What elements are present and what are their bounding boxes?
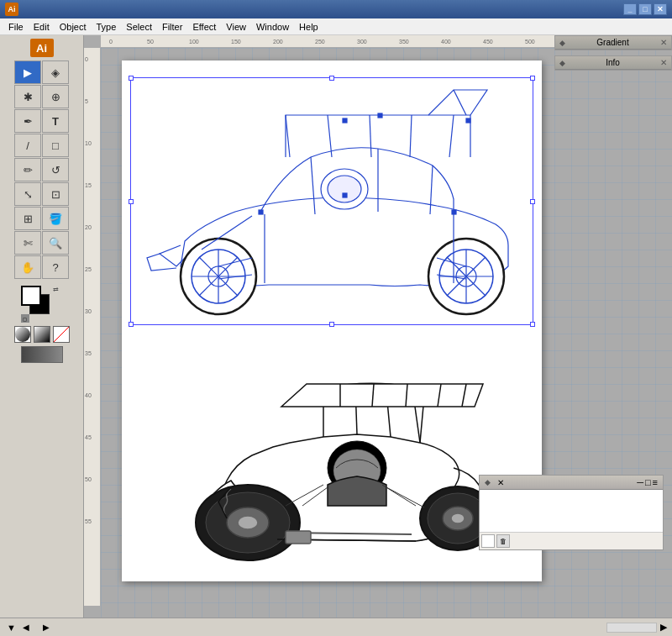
- info-panel-header[interactable]: ◆ Info ✕: [555, 56, 671, 70]
- swatches-toolbar: 🗑: [480, 532, 663, 549]
- close-button[interactable]: ✕: [654, 3, 667, 15]
- svg-rect-35: [343, 193, 347, 197]
- selection-tool[interactable]: ▶: [14, 60, 41, 84]
- direct-selection-tool[interactable]: ◈: [42, 60, 69, 84]
- zoom-tool[interactable]: 🔍: [42, 231, 69, 255]
- gradient-panel-header[interactable]: ◆ Gradient ✕: [555, 36, 671, 50]
- svg-rect-34: [259, 210, 263, 214]
- gradient-panel-title: Gradient: [596, 38, 628, 47]
- warp-tool[interactable]: ⊡: [42, 182, 69, 206]
- menu-select[interactable]: Select: [121, 20, 157, 34]
- handle-tl[interactable]: [129, 76, 134, 81]
- svg-rect-31: [343, 118, 347, 123]
- mesh-tool[interactable]: ⊞: [14, 207, 41, 230]
- menu-file[interactable]: File: [3, 20, 29, 34]
- title-bar: Ai _ □ ✕: [0, 0, 672, 18]
- zoom-display: ▼: [5, 623, 16, 633]
- svg-line-5: [370, 115, 371, 157]
- rotate-tool[interactable]: ↺: [42, 158, 69, 181]
- status-progress: [606, 623, 657, 633]
- svg-rect-36: [452, 210, 456, 214]
- svg-point-55: [451, 513, 465, 523]
- menu-window[interactable]: Window: [251, 20, 294, 34]
- default-colors-icon[interactable]: ◻: [21, 314, 29, 323]
- type-tool[interactable]: T: [42, 109, 69, 133]
- maximize-button[interactable]: □: [638, 3, 652, 15]
- tool-grid: ▶ ◈ ✱ ⊕ ✒ T / □ ✏ ↺ ⤡ ⊡ ⊞ 🪣 ✄ 🔍 ✋ ?: [14, 60, 69, 279]
- swatches-header-left: ◆ ✕: [485, 478, 504, 487]
- magic-wand-tool[interactable]: ✱: [14, 85, 41, 108]
- menu-type[interactable]: Type: [92, 20, 122, 34]
- ruler-vertical: 0 5 10 15 20 25 30 35 40 45 50 55: [84, 48, 101, 606]
- swatches-panel: ◆ ✕ ─ □ ≡ 🗑: [479, 475, 664, 550]
- menu-object[interactable]: Object: [55, 20, 92, 34]
- swatches-collapse-icon[interactable]: ◆: [485, 478, 491, 486]
- menu-view[interactable]: View: [221, 20, 251, 34]
- pen-tool[interactable]: ✒: [14, 109, 41, 133]
- nav-previous-btn[interactable]: ◀: [23, 623, 29, 632]
- menu-edit[interactable]: Edit: [29, 20, 55, 34]
- swatches-options-btn[interactable]: ≡: [653, 477, 658, 487]
- svg-rect-32: [378, 113, 382, 118]
- delete-swatch-btn[interactable]: 🗑: [496, 534, 510, 548]
- window-controls[interactable]: _ □ ✕: [623, 3, 667, 15]
- none-mode-btn[interactable]: [53, 326, 70, 343]
- handle-tm[interactable]: [329, 76, 334, 81]
- swatches-close-icon[interactable]: ✕: [497, 478, 504, 487]
- handle-tr[interactable]: [530, 76, 535, 81]
- info-close-icon[interactable]: ✕: [660, 58, 667, 67]
- svg-line-6: [410, 115, 412, 157]
- toolbox: Ai ▶ ◈ ✱ ⊕ ✒ T / □ ✏ ↺ ⤡ ⊡ ⊞ 🪣 ✄ 🔍 ✋ ?: [0, 35, 84, 618]
- handle-mr[interactable]: [530, 199, 535, 204]
- swatches-header-controls: ─ □ ≡: [637, 477, 658, 487]
- handle-bl[interactable]: [129, 322, 134, 327]
- paint-bucket-tool[interactable]: 🪣: [42, 207, 69, 230]
- svg-line-4: [328, 115, 332, 157]
- gradient-preview: [21, 346, 63, 363]
- scroll-right-status-btn[interactable]: ▶: [660, 622, 667, 633]
- swatches-maximize-btn[interactable]: □: [645, 477, 651, 487]
- top-car-image: [134, 81, 529, 317]
- scale-tool[interactable]: ⤡: [14, 182, 41, 206]
- fill-color[interactable]: [21, 286, 41, 306]
- gradient-close-icon[interactable]: ✕: [660, 38, 667, 47]
- handle-ml[interactable]: [129, 199, 134, 204]
- gradient-mode-btn[interactable]: [34, 326, 50, 343]
- svg-point-9: [328, 176, 361, 202]
- color-swatch-area: ⇄ ◻: [14, 286, 70, 363]
- minimize-button[interactable]: _: [623, 3, 637, 15]
- canvas-area[interactable]: 0 50 100 150 200 250 300 350 400 450 500…: [84, 35, 672, 618]
- svg-point-51: [238, 516, 258, 529]
- pencil-tool[interactable]: ✏: [14, 158, 41, 181]
- svg-rect-33: [466, 118, 470, 123]
- menu-effect[interactable]: Effect: [187, 20, 221, 34]
- lasso-tool[interactable]: ⊕: [42, 85, 69, 108]
- new-swatch-btn[interactable]: [481, 534, 495, 548]
- color-mode-btn[interactable]: [14, 326, 31, 343]
- swatches-content: [480, 490, 663, 532]
- menu-help[interactable]: Help: [294, 20, 323, 34]
- scissors-tool[interactable]: ✄: [14, 231, 41, 255]
- info-panel: ◆ Info ✕: [554, 55, 672, 71]
- nav-next-btn[interactable]: ▶: [43, 623, 50, 632]
- handle-bm[interactable]: [329, 322, 334, 327]
- swap-colors-icon[interactable]: ⇄: [53, 286, 63, 296]
- hand-tool[interactable]: ✋: [14, 255, 41, 279]
- rect-tool[interactable]: □: [42, 134, 69, 157]
- info-panel-title: Info: [606, 58, 620, 67]
- status-bar: ▼ ◀ ▶ ▶: [0, 618, 672, 636]
- gradient-panel-window: ◆ Gradient ✕: [554, 35, 672, 50]
- menu-filter[interactable]: Filter: [157, 20, 187, 34]
- menu-bar: File Edit Object Type Select Filter Effe…: [0, 18, 672, 35]
- swatches-minimize-btn[interactable]: ─: [637, 477, 643, 487]
- handle-br[interactable]: [530, 322, 535, 327]
- bottom-car-image: [155, 338, 508, 573]
- help-tool[interactable]: ?: [42, 255, 69, 279]
- gradient-panel: ◆ Gradient ✕: [554, 35, 672, 50]
- ai-logo: Ai: [30, 39, 54, 57]
- svg-line-7: [449, 115, 454, 157]
- info-panel-window: ◆ Info ✕: [554, 55, 672, 71]
- svg-rect-62: [286, 531, 311, 544]
- line-tool[interactable]: /: [14, 134, 41, 157]
- zoom-dropdown-icon[interactable]: ▼: [7, 623, 16, 633]
